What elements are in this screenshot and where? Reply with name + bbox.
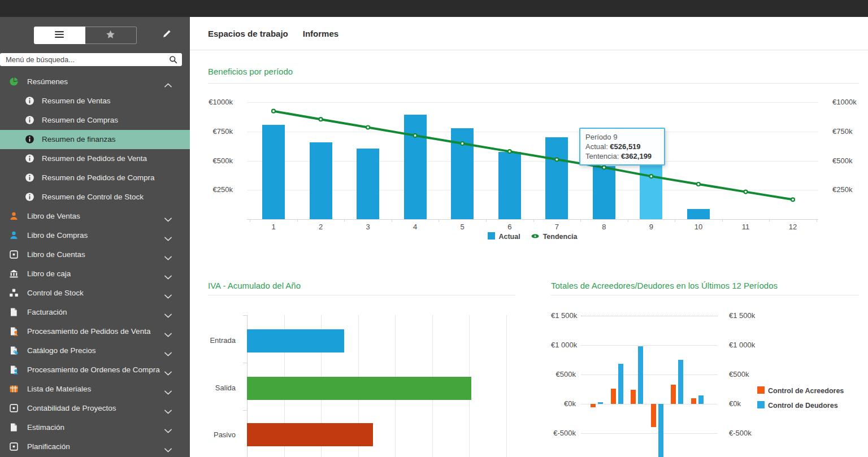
sidebar-item-label: Libro de Cuentas bbox=[27, 250, 85, 259]
sidebar-search bbox=[0, 53, 182, 66]
tab-espacios-de-trabajo[interactable]: Espacios de trabajo bbox=[208, 29, 288, 38]
doc-person-orange-icon bbox=[9, 327, 19, 337]
sidebar-item-contabilidad-de-proyectos[interactable]: Contabilidad de Proyectos bbox=[0, 399, 190, 418]
sidebar-item-label: Procesamiento de Pedidos de Venta bbox=[27, 327, 150, 336]
y-axis-tick bbox=[243, 315, 247, 316]
chart-bar-actual[interactable] bbox=[593, 166, 615, 219]
chart-bar-control-de-acreedores[interactable] bbox=[631, 390, 636, 404]
chevron-down-icon bbox=[164, 368, 172, 378]
sidebar-item-procesamiento-de-pedidos-de-venta[interactable]: Procesamiento de Pedidos de Venta bbox=[0, 322, 190, 341]
sidebar-item-libro-de-cuentas[interactable]: Libro de Cuentas bbox=[0, 245, 190, 264]
chart-bar-control-de-deudores[interactable] bbox=[598, 402, 603, 404]
x-axis-tick bbox=[580, 219, 581, 222]
chevron-down-icon bbox=[164, 425, 172, 436]
sidebar-item-lista-de-materiales[interactable]: Lista de Materiales bbox=[0, 380, 190, 399]
chart-bar-actual[interactable] bbox=[687, 209, 710, 219]
chevron-down-icon bbox=[164, 329, 172, 340]
x-axis-tick bbox=[250, 219, 250, 222]
sidebar-item-control-de-stock[interactable]: Control de Stock bbox=[0, 284, 190, 303]
legend-ellipse-swatch bbox=[531, 233, 540, 241]
category-label-entrada: Entrada bbox=[208, 336, 236, 345]
chart-bar-control-de-acreedores[interactable] bbox=[611, 389, 616, 404]
sidebar-item-label: Resumen de Compras bbox=[42, 116, 118, 124]
sidebar-item-libro-de-ventas[interactable]: Libro de Ventas bbox=[0, 207, 190, 226]
chevron-down-icon bbox=[164, 406, 172, 416]
sidebar-item-resumen-de-pedidos-de-compra[interactable]: Resumen de Pedidos de Compra bbox=[0, 168, 190, 188]
chart-bar-control-de-deudores[interactable] bbox=[698, 395, 704, 404]
chart-bar-control-de-deudores[interactable] bbox=[678, 360, 683, 404]
sidebar-item-resumenes[interactable]: Resúmenes bbox=[0, 72, 190, 92]
legend-item-control-de-acreedores[interactable]: Control de Acreedores bbox=[757, 386, 844, 395]
legend-item-actual[interactable]: Actual bbox=[488, 232, 520, 241]
chart-bar-control-de-deudores[interactable] bbox=[658, 404, 663, 457]
y-axis-tick bbox=[243, 363, 247, 363]
gridline bbox=[506, 315, 507, 457]
y-axis-label-right: €1 500k bbox=[729, 311, 755, 320]
chart-bar-actual[interactable] bbox=[451, 128, 474, 219]
chart-bar-entrada[interactable] bbox=[247, 329, 344, 352]
chart-bar-actual[interactable] bbox=[404, 115, 427, 219]
sidebar-item-planificacion[interactable]: Planificación bbox=[0, 437, 190, 456]
sidebar-item-resumen-de-finanzas[interactable]: Resumen de finanzas bbox=[0, 130, 190, 149]
chart-title-iva: IVA - Acumulado del Año bbox=[208, 281, 301, 290]
chart-bar-actual[interactable] bbox=[545, 137, 568, 219]
sidebar-item-libro-de-caja[interactable]: Libro de caja bbox=[0, 264, 190, 284]
chart-bar-control-de-acreedores[interactable] bbox=[691, 398, 696, 404]
sidebar-item-libro-de-compras[interactable]: Libro de Compras bbox=[0, 226, 190, 245]
sidebar-item-catalogo-de-precios[interactable]: Catálogo de Precios bbox=[0, 341, 190, 360]
sidebar-item-label: Facturación bbox=[27, 308, 67, 316]
sidebar-item-resumen-de-pedidos-de-venta[interactable]: Resumen de Pedidos de Venta bbox=[0, 149, 190, 168]
chart-bar-pasivo[interactable] bbox=[247, 423, 373, 446]
app-root: ResúmenesResumen de VentasResumen de Com… bbox=[0, 0, 868, 457]
chart-bar-control-de-acreedores[interactable] bbox=[671, 385, 676, 404]
x-axis-tick bbox=[675, 219, 675, 222]
chart-bar-actual[interactable] bbox=[498, 152, 521, 220]
sidebar-item-procesamiento-de-ordenes-de-compra[interactable]: Procesamiento de Ordenes de Compra bbox=[0, 360, 190, 380]
chart-bar-actual[interactable] bbox=[310, 142, 332, 220]
chart-bar-control-de-acreedores[interactable] bbox=[651, 404, 656, 427]
chart-tooltip: Período 9 Actual: €526,519Tentencia: €36… bbox=[579, 128, 665, 166]
sidebar-item-resumen-de-compras[interactable]: Resumen de Compras bbox=[0, 111, 190, 130]
legend-item-control-de-deudores[interactable]: Control de Deudores bbox=[757, 401, 844, 410]
chevron-down-icon bbox=[164, 272, 172, 282]
x-axis-tick bbox=[439, 219, 439, 222]
chevron-down-icon bbox=[164, 291, 172, 301]
chart-bar-salida[interactable] bbox=[247, 377, 471, 400]
chart-bar-actual[interactable] bbox=[357, 149, 379, 219]
square-dot-icon bbox=[9, 403, 19, 414]
tooltip-row: Tentencia: €362,199 bbox=[585, 151, 659, 161]
chart-acreedores-deudores: Totales de Acreedores/Deudores en los Úl… bbox=[551, 277, 859, 457]
search-input[interactable] bbox=[0, 53, 182, 66]
edit-menu-button[interactable] bbox=[162, 29, 172, 41]
sidebar-item-label: Resumen de Ventas bbox=[42, 97, 111, 105]
doc-person-blue-icon bbox=[9, 365, 19, 375]
square-dot-icon bbox=[9, 250, 19, 260]
menu-view-button[interactable] bbox=[34, 27, 85, 44]
info-icon bbox=[25, 96, 35, 106]
legend-square-swatch bbox=[757, 386, 765, 395]
sidebar-item-label: Procesamiento de Ordenes de Compra bbox=[27, 365, 160, 374]
chart-bar-control-de-acreedores[interactable] bbox=[591, 404, 596, 407]
sidebar: ResúmenesResumen de VentasResumen de Com… bbox=[0, 17, 190, 457]
chart-bar-control-de-deudores[interactable] bbox=[638, 346, 643, 404]
sidebar-item-estimacion[interactable]: Estimación bbox=[0, 418, 190, 437]
favorites-view-button[interactable] bbox=[85, 27, 137, 44]
y-axis-label-left: €500k bbox=[208, 156, 233, 165]
chart-bar-control-de-deudores[interactable] bbox=[618, 364, 623, 404]
sidebar-item-facturacion[interactable]: Facturación bbox=[0, 303, 190, 322]
chevron-down-icon bbox=[164, 233, 172, 243]
chart-bar-actual[interactable] bbox=[262, 125, 285, 220]
tooltip-value: €526,519 bbox=[610, 142, 640, 151]
main-tab-bar: Espacios de trabajo Informes bbox=[190, 17, 868, 50]
sidebar-item-resumen-de-control-de-stock[interactable]: Resumen de Control de Stock bbox=[0, 188, 190, 207]
gridline bbox=[247, 102, 818, 103]
divider bbox=[551, 295, 859, 295]
chart-bar-actual[interactable] bbox=[640, 158, 662, 219]
tab-informes[interactable]: Informes bbox=[303, 29, 338, 38]
category-label-pasivo: Pasivo bbox=[208, 430, 236, 439]
gridline bbox=[581, 316, 718, 316]
y-axis-label-right: €500k bbox=[832, 156, 852, 165]
legend-item-tendencia[interactable]: Tendencia bbox=[531, 233, 578, 241]
x-axis-label: 12 bbox=[782, 223, 804, 231]
sidebar-item-resumen-de-ventas[interactable]: Resumen de Ventas bbox=[0, 92, 190, 111]
